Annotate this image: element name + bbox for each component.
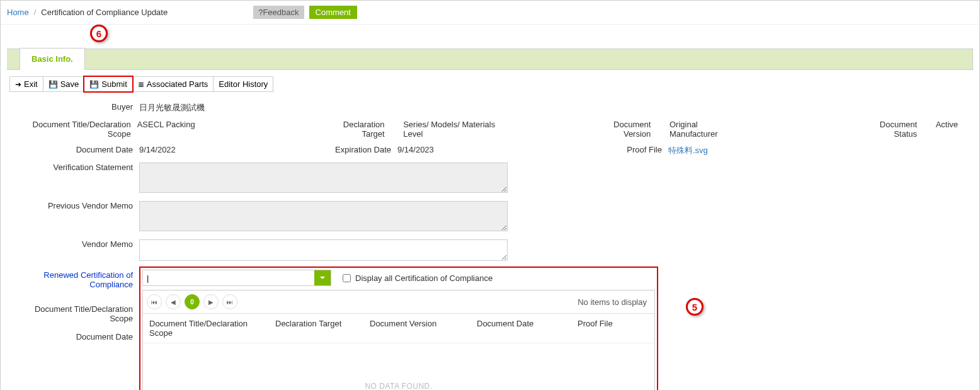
callout-5: 5 bbox=[686, 298, 704, 316]
renewed-cert-input[interactable] bbox=[143, 270, 314, 285]
comment-button[interactable]: Comment bbox=[309, 6, 357, 19]
grid-col-doc-version: Document Version bbox=[363, 316, 470, 340]
feedback-button[interactable]: ?Feedback bbox=[253, 6, 304, 19]
vendor-memo-field[interactable] bbox=[139, 239, 508, 261]
tab-bar: Basic Info. bbox=[7, 49, 973, 70]
dropdown-toggle-button[interactable] bbox=[314, 270, 331, 285]
label-doc-date-2: Document Date bbox=[13, 323, 139, 341]
value-expiration-date: 9/14/2023 bbox=[397, 142, 523, 156]
chevron-down-icon bbox=[319, 275, 326, 281]
pager-last-button[interactable]: ⏭ bbox=[222, 294, 237, 309]
label-doc-title-2: Document Title/Declaration Scope bbox=[13, 289, 139, 323]
label-previous-vendor-memo: Previous Vendor Memo bbox=[13, 198, 139, 210]
pager-current-page[interactable]: 0 bbox=[185, 294, 200, 309]
verification-statement-field[interactable] bbox=[139, 163, 508, 193]
submit-button[interactable]: 💾Submit bbox=[84, 76, 132, 92]
label-doc-version: Document Version bbox=[589, 117, 657, 139]
grid-col-doc-date: Document Date bbox=[470, 316, 571, 340]
exit-icon: ➜ bbox=[15, 81, 21, 88]
callout-6: 6 bbox=[90, 25, 108, 42]
label-document-status: Document Status bbox=[855, 117, 923, 139]
label-active: Active bbox=[936, 117, 967, 139]
associated-parts-button[interactable]: ≣Associated Parts bbox=[132, 76, 214, 92]
label-verification-statement: Verification Statement bbox=[13, 160, 139, 172]
cert-grid: ⏮ ◀ 0 ▶ ⏭ No items to display Document bbox=[142, 290, 655, 390]
value-doc-title: ASECL Packing bbox=[137, 117, 323, 139]
exit-button[interactable]: ➜Exit bbox=[9, 76, 43, 92]
label-expiration-date: Expiration Date bbox=[328, 142, 397, 156]
value-buyer: 日月光敏晟測試機 bbox=[139, 100, 967, 113]
toolbar: ➜Exit 💾Save 💾Submit ≣Associated Parts Ed… bbox=[9, 76, 973, 92]
label-renewed-certification: Renewed Certification of Compliance bbox=[13, 267, 139, 289]
editor-history-button[interactable]: Editor History bbox=[213, 76, 273, 92]
label-doc-date: Document Date bbox=[13, 142, 139, 156]
grid-col-decl-target: Declaration Target bbox=[269, 316, 363, 340]
pager-prev-button[interactable]: ◀ bbox=[166, 294, 181, 309]
label-series-models: Series/ Models/ Materials Level bbox=[403, 117, 515, 139]
grid-body: NO DATA FOUND. bbox=[143, 343, 654, 390]
label-vendor-memo: Vendor Memo bbox=[13, 237, 139, 249]
proof-file-link[interactable]: 特殊料.svg bbox=[668, 146, 708, 155]
renewed-cert-dropdown[interactable] bbox=[142, 270, 331, 286]
display-all-checkbox-wrap[interactable]: Display all Certification of Compliance bbox=[340, 272, 493, 284]
pager: ⏮ ◀ 0 ▶ ⏭ No items to display bbox=[143, 290, 654, 314]
breadcrumb-current: Certification of Compliance Update bbox=[41, 8, 168, 17]
label-original-manufacturer: Original Manufacturer bbox=[669, 117, 750, 139]
label-doc-title: Document Title/Declaration Scope bbox=[13, 117, 137, 139]
label-proof-file: Proof File bbox=[599, 142, 668, 156]
breadcrumb-home[interactable]: Home bbox=[7, 8, 29, 17]
pager-info: No items to display bbox=[578, 297, 651, 307]
label-buyer: Buyer bbox=[13, 100, 139, 112]
grid-no-data: NO DATA FOUND. bbox=[365, 382, 432, 391]
breadcrumb: Home / Certification of Compliance Updat… bbox=[1, 1, 979, 25]
tab-basic-info[interactable]: Basic Info. bbox=[20, 48, 85, 70]
submit-icon: 💾 bbox=[89, 81, 99, 88]
breadcrumb-separator: / bbox=[34, 8, 37, 17]
list-icon: ≣ bbox=[138, 81, 144, 88]
display-all-label: Display all Certification of Compliance bbox=[355, 273, 493, 283]
grid-col-proof-file: Proof File bbox=[571, 316, 647, 340]
save-icon: 💾 bbox=[48, 81, 58, 88]
display-all-checkbox[interactable] bbox=[343, 274, 351, 282]
value-doc-date: 9/14/2022 bbox=[139, 142, 328, 156]
label-declaration-target: Declaration Target bbox=[322, 117, 390, 139]
pager-first-button[interactable]: ⏮ bbox=[147, 294, 162, 309]
grid-col-doc-title: Document Title/Declaration Scope bbox=[143, 316, 269, 340]
save-button[interactable]: 💾Save bbox=[43, 76, 85, 92]
previous-vendor-memo-field[interactable] bbox=[139, 201, 508, 231]
pager-next-button[interactable]: ▶ bbox=[203, 294, 219, 309]
renewed-section-highlight: Display all Certification of Compliance … bbox=[139, 267, 658, 390]
grid-header: Document Title/Declaration Scope Declara… bbox=[143, 314, 654, 343]
